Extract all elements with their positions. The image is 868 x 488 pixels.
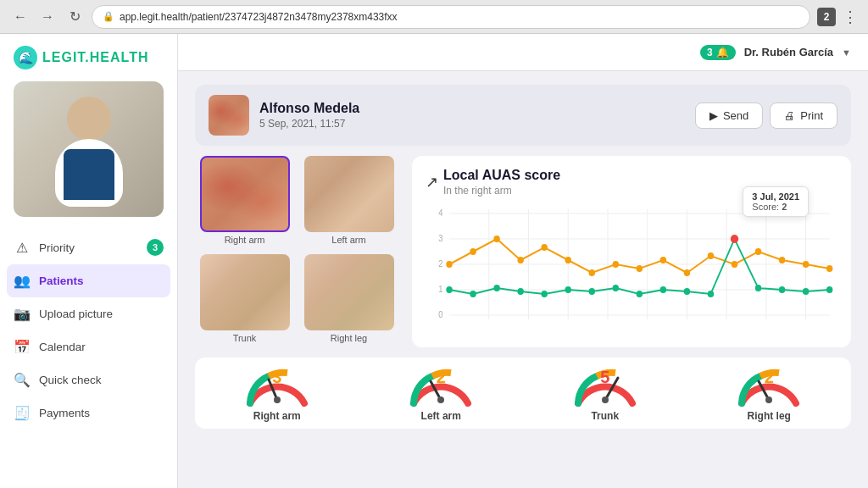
svg-point-50 [779,286,785,293]
auas-chart: 4 3 2 1 0 [426,197,837,332]
calendar-icon: 📅 [14,339,31,355]
logo-text: LEGIT.HEALTH [42,50,148,65]
svg-text:1: 1 [438,285,442,294]
forward-button[interactable]: → [37,7,58,27]
svg-point-56 [437,396,444,403]
right-leg-image[interactable] [304,254,394,330]
svg-point-51 [803,288,809,295]
svg-point-60 [765,396,772,403]
body-image-grid: Right arm Left arm Trunk Right leg [195,156,398,347]
priority-label: Priority [39,241,75,254]
payments-icon: 🧾 [14,405,31,421]
svg-point-46 [684,288,690,295]
body-part-right-arm[interactable]: Right arm [195,156,294,249]
patient-info: Alfonso Medela 5 Sep, 2021, 11:57 [259,101,685,130]
gauge-left-arm: 2 Left arm [359,364,524,422]
left-arm-label: Left arm [331,235,365,245]
gauge-left-arm-dial: 2 [407,364,475,407]
tooltip-score: Score: 2 [752,202,799,212]
svg-point-41 [565,286,570,293]
svg-point-42 [589,288,595,295]
svg-point-35 [826,265,832,272]
svg-point-20 [470,248,476,255]
svg-point-29 [684,269,690,276]
gauge-trunk: 5 Trunk [523,364,687,422]
payments-label: Payments [39,407,90,419]
back-button[interactable]: ← [10,7,31,27]
bell-icon: 🔔 [716,47,729,58]
svg-point-54 [274,396,281,403]
trunk-label: Trunk [233,333,257,343]
svg-text:4: 4 [438,208,443,218]
send-button[interactable]: ▶ Send [695,103,763,129]
svg-point-47 [708,291,714,297]
body-part-left-arm[interactable]: Left arm [299,156,398,249]
refresh-button[interactable]: ↻ [64,7,85,27]
print-button[interactable]: 🖨 Print [770,103,837,129]
gauge-right-arm-label: Right arm [253,410,301,422]
calendar-label: Calendar [39,341,86,353]
gauge-left-arm-label: Left arm [421,410,461,422]
sidebar-nav: ⚠ Priority 3 👥 Patients 📷 Upload picture… [0,227,177,488]
trunk-image[interactable] [200,254,290,330]
main-content: 3 🔔 Dr. Rubén García ▼ Alfonso Medela 5 … [178,34,868,488]
svg-point-37 [470,291,476,297]
svg-point-32 [755,248,761,255]
gauge-right-leg: 2 Right leg [687,364,852,422]
svg-point-39 [517,288,523,295]
svg-point-45 [660,286,666,293]
notif-count: 3 [707,47,713,58]
gauge-right-leg-label: Right leg [748,410,791,422]
gauge-right-arm-dial: 3 [243,364,311,407]
svg-point-27 [637,265,643,272]
body-part-trunk[interactable]: Trunk [195,254,294,347]
address-bar[interactable]: 🔒 app.legit.health/patient/2374723j4872n… [92,5,810,29]
gauge-left-arm-score: 2 [437,368,446,387]
right-arm-image[interactable] [200,156,290,232]
quickcheck-icon: 🔍 [14,372,31,388]
send-icon: ▶ [709,109,718,122]
sidebar-item-upload[interactable]: 📷 Upload picture [0,297,177,330]
menu-dots[interactable]: ⋮ [843,8,858,26]
gauge-trunk-score: 5 [600,368,609,387]
chart-tooltip: 3 Jul, 2021 Score: 2 [743,186,809,217]
svg-point-44 [637,291,643,297]
svg-point-58 [602,396,609,403]
body-part-right-leg[interactable]: Right leg [299,254,398,347]
notification-badge[interactable]: 3 🔔 [700,45,736,60]
sidebar-item-priority[interactable]: ⚠ Priority 3 [0,230,177,264]
patient-avatar [14,81,164,217]
avatar-torso [64,149,114,200]
right-leg-label: Right leg [331,333,367,343]
gauge-trunk-dial: 5 [571,364,639,407]
chart-area: ↗ Local AUAS score In the right arm [412,156,851,347]
left-arm-image[interactable] [304,156,394,232]
url-text: app.legit.health/patient/2374723j4872n34… [120,11,398,23]
browser-chrome: ← → ↻ 🔒 app.legit.health/patient/2374723… [0,0,868,34]
sidebar-item-calendar[interactable]: 📅 Calendar [0,330,177,363]
patient-name: Alfonso Medela [259,101,685,116]
svg-point-21 [493,236,499,242]
sidebar-item-payments[interactable]: 🧾 Payments [0,396,177,430]
tab-count[interactable]: 2 [817,8,836,26]
svg-point-48 [731,235,738,243]
svg-text:2: 2 [438,259,442,269]
chart-trend-icon: ↗ [426,173,438,191]
svg-point-22 [517,257,523,263]
action-buttons: ▶ Send 🖨 Print [695,103,837,129]
svg-point-43 [613,285,619,291]
sidebar-item-quickcheck[interactable]: 🔍 Quick check [0,363,177,396]
topbar: 3 🔔 Dr. Rubén García ▼ [178,34,868,71]
svg-point-34 [803,261,809,268]
gauge-right-arm: 3 Right arm [195,364,359,422]
chevron-down-icon[interactable]: ▼ [842,47,851,58]
gauge-meters: 3 Right arm 2 [195,358,851,429]
svg-point-19 [446,261,452,268]
gauge-trunk-label: Trunk [591,410,619,422]
gauge-right-arm-score: 3 [272,368,281,387]
svg-point-28 [660,257,666,263]
sidebar-item-patients[interactable]: 👥 Patients [7,264,170,297]
patient-card: Alfonso Medela 5 Sep, 2021, 11:57 ▶ Send… [195,85,851,146]
doctor-name: Dr. Rubén García [744,46,833,58]
svg-point-31 [732,261,737,268]
